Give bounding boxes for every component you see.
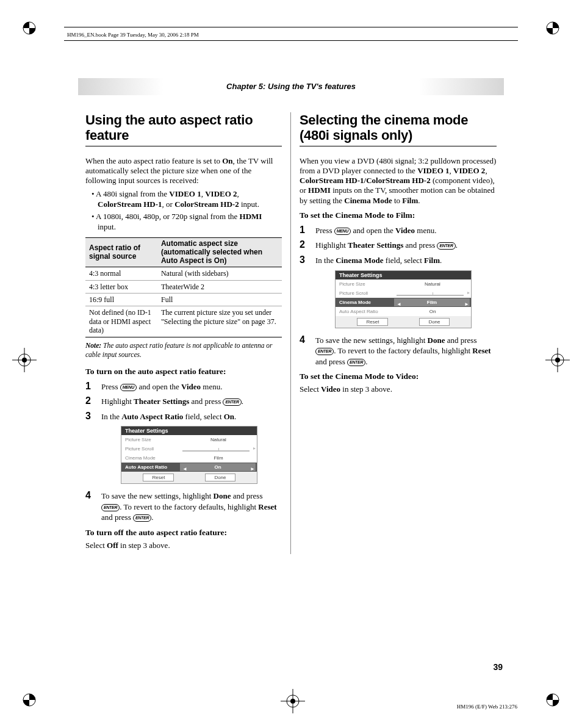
step-number: 4	[300, 333, 315, 347]
intro-paragraph: When you view a DVD (480i signal; 3:2 pu…	[300, 156, 497, 206]
steps-list: 1Press MENU and open the Video menu. 2Hi…	[300, 223, 497, 267]
right-column: Selecting the cinema mode (480i signals …	[291, 112, 503, 554]
osd-reset-button: Reset	[143, 474, 174, 481]
menu-button-icon: MENU	[334, 228, 351, 235]
steps-list: 1Press MENU and open the Video menu. 2Hi…	[85, 380, 282, 423]
table-cell: Not defined (no ID-1 data or HDMI aspect…	[85, 306, 157, 337]
osd-row: Picture Scroll▸	[121, 444, 257, 453]
step-item: 2Highlight Theater Settings and press EN…	[85, 394, 282, 408]
step-number: 2	[300, 238, 315, 251]
triangle-left-icon: ◄	[182, 465, 187, 473]
subheading: To set the Cinema Mode to Film:	[300, 211, 497, 220]
subheading: To turn on the auto aspect ratio feature…	[85, 367, 282, 377]
footer-doc-id: HM196 (E/F) Web 213:276	[457, 704, 517, 710]
step-number: 3	[300, 253, 315, 267]
table-cell: Full	[157, 294, 282, 306]
osd-row-highlighted: Auto Aspect Ratio◄On►	[121, 463, 257, 472]
menu-button-icon: MENU	[120, 384, 137, 391]
registration-target-icon	[545, 348, 570, 375]
table-header: Automatic aspect size (automatically sel…	[157, 237, 282, 267]
page-number: 39	[493, 662, 503, 672]
osd-row: Picture SizeNatural	[121, 435, 257, 444]
step-item: 3In the Cinema Mode field, select Film.	[300, 253, 497, 267]
bullet-item: A 1080i, 480i, 480p, or 720p signal from…	[92, 212, 282, 232]
subheading: To set the Cinema Mode to Video:	[300, 372, 497, 381]
crop-mark-icon	[18, 17, 40, 39]
triangle-right-icon: ►	[250, 465, 255, 473]
registration-target-icon	[281, 689, 305, 716]
enter-button-icon: ENTER	[315, 348, 334, 355]
bullet-item: A 480i signal from the VIDEO 1, VIDEO 2,…	[92, 189, 282, 210]
section-heading: Using the auto aspect ratio feature	[85, 112, 282, 146]
note-text: Note: The auto aspect ratio feature is n…	[85, 341, 282, 359]
chapter-banner: Chapter 5: Using the TV's features	[78, 78, 504, 95]
crop-mark-icon	[542, 17, 564, 39]
text: When the auto aspect ratio feature is se…	[85, 156, 222, 165]
osd-title: Theater Settings	[336, 271, 471, 279]
book-header: HM196_EN.book Page 39 Tuesday, May 30, 2…	[67, 32, 199, 38]
bullet-list: A 480i signal from the VIDEO 1, VIDEO 2,…	[92, 189, 282, 232]
step-number: 1	[85, 380, 101, 393]
body-text: Select Video in step 3 above.	[300, 384, 497, 394]
aspect-ratio-table: Aspect ratio of signal sourceAutomatic a…	[85, 237, 282, 337]
text-bold: On	[222, 156, 232, 165]
section-heading: Selecting the cinema mode (480i signals …	[300, 112, 497, 146]
header-rule	[64, 27, 518, 27]
step-item: 4To save the new settings, highlight Don…	[300, 333, 497, 367]
slider-icon: ▸	[394, 289, 471, 298]
step-number: 3	[85, 409, 101, 423]
enter-button-icon: ENTER	[347, 359, 365, 366]
osd-reset-button: Reset	[357, 318, 388, 326]
osd-row-highlighted: Cinema Mode◄Film►	[336, 298, 471, 307]
svg-point-15	[555, 358, 560, 362]
step-item: 3In the Auto Aspect Ratio field, select …	[85, 409, 282, 423]
step-item: 1Press MENU and open the Video menu.	[300, 223, 497, 237]
registration-target-icon	[12, 348, 37, 375]
table-cell: 16:9 full	[85, 294, 157, 306]
step-item: 2Highlight Theater Settings and press EN…	[300, 238, 497, 251]
header-rule	[64, 40, 518, 41]
osd-button-row: ResetDone	[336, 316, 471, 328]
osd-theater-settings: Theater Settings Picture SizeNatural Pic…	[335, 270, 472, 328]
osd-theater-settings: Theater Settings Picture SizeNatural Pic…	[121, 426, 257, 484]
svg-point-19	[290, 699, 295, 704]
osd-row: Picture Scroll▸	[336, 289, 471, 298]
slider-icon: ▸	[180, 444, 257, 453]
steps-list: 4To save the new settings, highlight Don…	[85, 489, 282, 523]
table-cell: 4:3 normal	[85, 267, 157, 280]
intro-paragraph: When the auto aspect ratio feature is se…	[85, 156, 282, 186]
step-number: 1	[300, 223, 315, 237]
subheading: To turn off the auto aspect ratio featur…	[85, 528, 282, 538]
enter-button-icon: ENTER	[101, 504, 120, 511]
triangle-right-icon: ►	[464, 300, 469, 308]
table-header: Aspect ratio of signal source	[85, 237, 157, 267]
crop-mark-icon	[542, 689, 564, 711]
enter-button-icon: ENTER	[223, 398, 241, 406]
svg-point-11	[22, 358, 27, 362]
osd-done-button: Done	[419, 318, 449, 326]
table-cell: 4:3 letter box	[85, 280, 157, 293]
osd-title: Theater Settings	[121, 427, 257, 435]
osd-row: Picture SizeNatural	[336, 279, 471, 289]
crop-mark-icon	[18, 689, 40, 711]
osd-row: Auto Aspect RatioOn	[336, 307, 471, 316]
enter-button-icon: ENTER	[133, 514, 151, 522]
enter-button-icon: ENTER	[437, 242, 455, 250]
osd-row: Cinema ModeFilm	[121, 453, 257, 463]
steps-list: 4To save the new settings, highlight Don…	[300, 333, 497, 367]
step-item: 4To save the new settings, highlight Don…	[85, 489, 282, 523]
osd-done-button: Done	[205, 474, 235, 481]
table-cell: TheaterWide 2	[157, 280, 282, 293]
step-number: 4	[85, 489, 101, 502]
step-item: 1Press MENU and open the Video menu.	[85, 380, 282, 393]
osd-button-row: ResetDone	[121, 472, 257, 483]
left-column: Using the auto aspect ratio feature When…	[79, 112, 291, 554]
triangle-left-icon: ◄	[397, 300, 401, 308]
table-cell: The current picture size you set under "…	[157, 306, 282, 337]
table-cell: Natural (with sidebars)	[157, 267, 282, 280]
body-text: Select Off in step 3 above.	[85, 541, 282, 550]
step-number: 2	[85, 394, 101, 408]
